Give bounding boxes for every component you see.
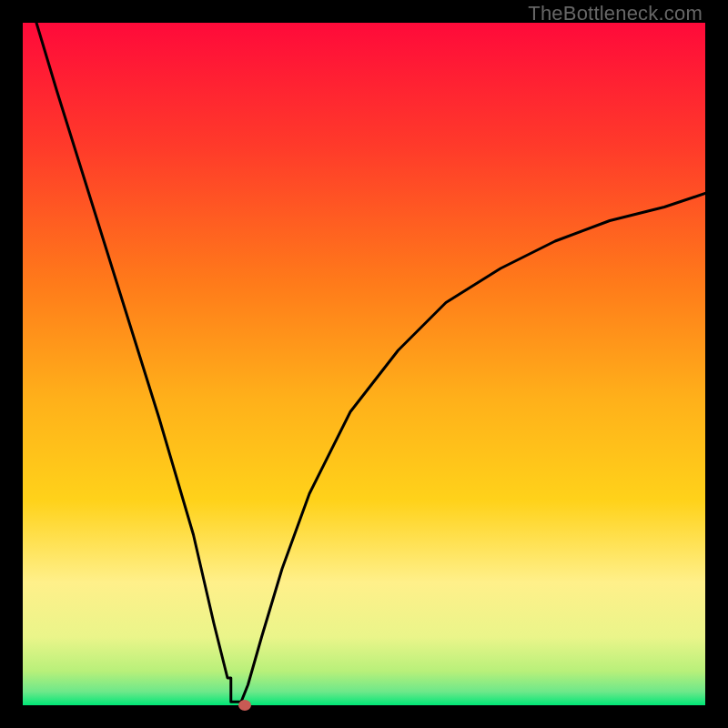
chart-frame [23, 23, 705, 705]
optimum-marker-dot [238, 700, 251, 711]
bottleneck-curve [23, 23, 705, 705]
